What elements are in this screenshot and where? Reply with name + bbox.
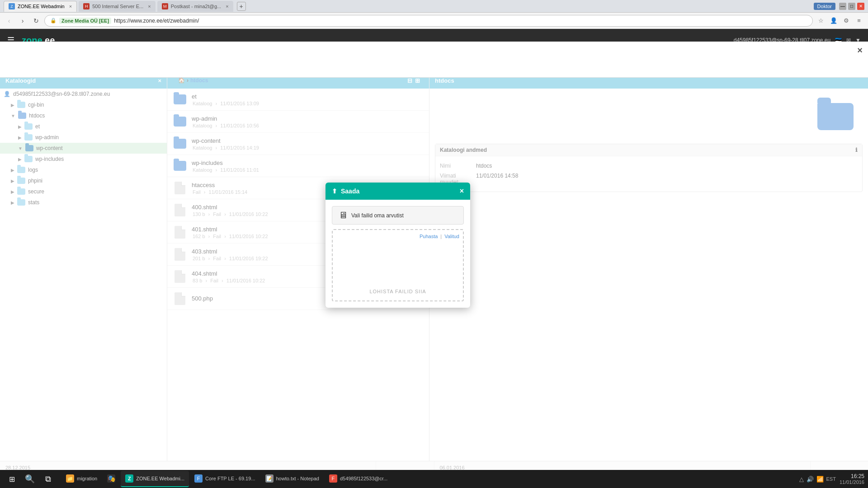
keyboard-layout[interactable]: EST [826,476,836,482]
address-input[interactable]: 🔒 Zone Media OÜ [EE] https://www.zone.ee… [44,15,813,27]
tab-favicon-2: H [83,3,90,9]
settings-icon[interactable]: ⚙ [841,15,852,26]
start-button[interactable]: ⊞ [4,471,20,487]
taskbar-app-coreftp[interactable]: F Core FTP LE - 69.19... [190,471,259,487]
taskbar-app-notepad[interactable]: 📝 howto.txt - Notepad [261,471,324,487]
task-view-icon: ⧉ [45,474,51,484]
upload-from-computer-button[interactable]: 🖥 Vali failid oma arvutist [332,206,464,225]
title-bar: Z ZONE.EE Webadmin × H 500 Internal Serv… [0,0,868,13]
upload-modal-icon: ⬆ [332,188,337,195]
notification-icon[interactable]: △ [799,476,804,483]
address-bar: ‹ › ↻ 🔒 Zone Media OÜ [EE] https://www.z… [0,13,868,29]
modal-body: 🖥 Vali failid oma arvutist Puhasta | Val… [326,200,470,308]
forward-button[interactable]: › [17,15,28,26]
lock-icon: 🔒 [50,18,57,23]
dropzone-selected-button[interactable]: Valitud [444,234,459,239]
maximize-button[interactable]: □ [848,3,855,10]
computer-icon: 🖥 [339,210,348,221]
tab-label-2: 500 Internal Server E... [92,4,143,9]
zone-app-icon: Z [125,474,133,483]
coreftp-icon: F [194,474,203,483]
windows-icon: ⊞ [9,475,15,483]
menu-icon[interactable]: ≡ [854,15,864,26]
new-tab-button[interactable]: + [237,2,246,11]
address-actions: ☆ 👤 ⚙ ≡ [816,15,864,26]
star-icon[interactable]: ☆ [816,15,826,26]
tab-favicon-3: M [162,3,168,9]
site-label: Zone Media OÜ [EE] [59,18,111,24]
taskbar-app-unknown[interactable]: 🎭 [103,471,120,487]
modal-title: Saada [341,188,359,195]
dropzone-hint: LOHISTA FAILID SIIA [369,289,426,294]
dropzone-clear-button[interactable]: Puhasta [420,234,438,239]
tab-label-1: ZONE.EE Webadmin [18,4,65,9]
taskbar-apps: 📁 migration 🎭 Z ZONE.EE Webadmi... F Cor… [61,471,392,487]
minimize-button[interactable]: — [839,3,846,10]
network-icon[interactable]: 📶 [816,476,824,483]
taskbar-right: △ 🔊 📶 EST 16:25 11/01/2016 [799,473,864,485]
title-bar-right: Doktor — □ ✕ [814,3,864,10]
url-text: https://www.zone.ee/et/zwebadmin/ [114,18,199,24]
clock-time: 16:25 [840,473,864,479]
tabs-container: Z ZONE.EE Webadmin × H 500 Internal Serv… [4,1,246,12]
tab-favicon-1: Z [9,3,15,9]
taskbar-search-icon: 🔍 [25,474,35,484]
window-close-button[interactable]: ✕ [857,3,864,10]
doktor-button[interactable]: Doktor [814,3,835,10]
unknown-app-icon: 🎭 [107,474,115,483]
taskbar-app-migration[interactable]: 📁 migration [61,471,102,487]
window-controls: — □ ✕ [839,3,864,10]
upload-modal: ⬆ Saada × 🖥 Vali failid oma arvutist Puh… [326,183,470,308]
tab-500-error[interactable]: H 500 Internal Server E... × [79,1,156,12]
taskbar-search-button[interactable]: 🔍 [22,471,38,487]
migration-icon: 📁 [66,474,74,483]
user-icon-addr[interactable]: 👤 [828,15,839,26]
modal-overlay-top: × [0,42,868,78]
clock-date: 11/01/2016 [840,479,864,485]
dropzone[interactable]: Puhasta | Valitud LOHISTA FAILID SIIA [332,229,464,301]
task-view-button[interactable]: ⧉ [40,471,56,487]
taskbar-left: ⊞ 🔍 ⧉ 📁 migration 🎭 Z ZONE.EE Webadmi... [4,471,392,487]
tab-close-2[interactable]: × [148,4,151,9]
time-display: 16:25 11/01/2016 [840,473,864,485]
filezilla-icon: F [329,474,337,483]
volume-icon[interactable]: 🔊 [807,476,814,483]
tab-postkast[interactable]: M Postkast - mina2t@g... × [157,1,233,12]
dropzone-actions: Puhasta | Valitud [420,234,459,239]
tab-label-3: Postkast - mina2t@g... [171,4,221,9]
modal-header: ⬆ Saada × [326,183,470,200]
tab-zone-webadmin[interactable]: Z ZONE.EE Webadmin × [4,1,77,12]
modal-overlay-close[interactable]: × [857,45,863,56]
taskbar-app-filezilla[interactable]: F d54985f122533@cr... [325,471,392,487]
main-content: ☰ zone.ee d45985f122533@sn-69-28.tll07.z… [0,29,868,488]
tab-close-1[interactable]: × [69,4,72,9]
notepad-icon: 📝 [265,474,274,483]
tab-close-3[interactable]: × [226,4,228,9]
modal-close-button[interactable]: × [460,187,464,195]
system-icons: △ 🔊 📶 EST [799,476,836,483]
refresh-button[interactable]: ↻ [31,15,42,26]
back-button[interactable]: ‹ [4,15,14,26]
taskbar: ⊞ 🔍 ⧉ 📁 migration 🎭 Z ZONE.EE Webadmi... [0,470,868,488]
taskbar-app-zone[interactable]: Z ZONE.EE Webadmi... [121,471,189,487]
